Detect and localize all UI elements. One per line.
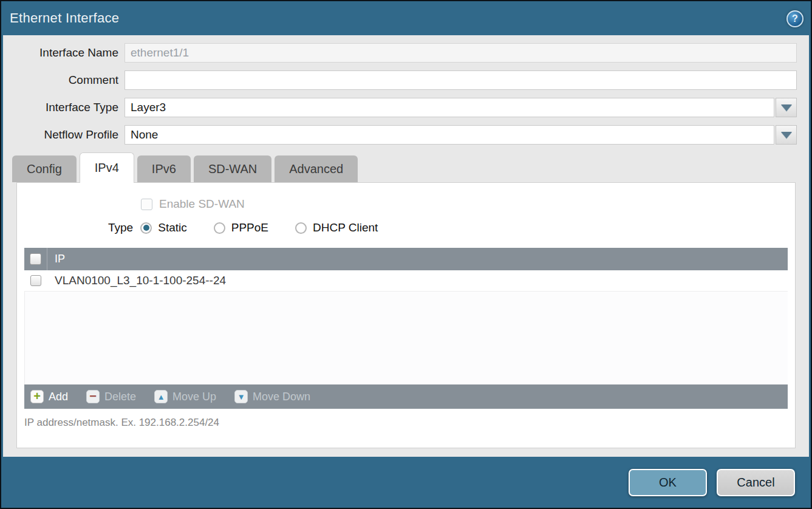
move-up-button: ▲ Move Up bbox=[154, 390, 216, 403]
tab-advanced[interactable]: Advanced bbox=[275, 155, 358, 182]
ip-row-value: VLAN0100_L3_10-1-100-254--24 bbox=[47, 274, 226, 287]
comment-row: Comment bbox=[3, 70, 809, 90]
tab-ipv4[interactable]: IPv4 bbox=[80, 152, 134, 183]
chevron-down-icon bbox=[781, 104, 792, 111]
radio-group-dhcp: DHCP Client bbox=[295, 221, 378, 234]
select-all-checkbox[interactable] bbox=[30, 253, 41, 265]
move-down-button: ▼ Move Down bbox=[234, 390, 310, 403]
add-icon: + bbox=[30, 390, 44, 403]
enable-sdwan-checkbox bbox=[141, 199, 152, 210]
radio-group-static: Static bbox=[140, 221, 187, 234]
static-radio[interactable] bbox=[140, 222, 152, 234]
title-bar: Ethernet Interface ? bbox=[1, 1, 811, 35]
netflow-profile-dropdown-button[interactable] bbox=[776, 125, 797, 145]
dhcp-client-radio-label: DHCP Client bbox=[313, 221, 378, 234]
move-up-icon: ▲ bbox=[154, 390, 168, 403]
type-row: Type Static PPPoE DHCP Client bbox=[17, 221, 795, 234]
move-down-button-label: Move Down bbox=[253, 391, 310, 403]
interface-type-label: Interface Type bbox=[3, 101, 125, 114]
netflow-profile-label: Netflow Profile bbox=[3, 128, 125, 142]
comment-field[interactable] bbox=[125, 70, 797, 90]
cancel-button[interactable]: Cancel bbox=[717, 469, 795, 496]
move-up-button-label: Move Up bbox=[172, 391, 216, 403]
interface-name-field bbox=[125, 43, 797, 63]
help-glyph: ? bbox=[792, 13, 798, 24]
row-checkbox-cell bbox=[24, 270, 47, 291]
table-empty-area bbox=[24, 292, 788, 384]
chevron-down-icon bbox=[781, 132, 792, 138]
enable-sdwan-row: Enable SD-WAN bbox=[17, 197, 795, 211]
dialog-title: Ethernet Interface bbox=[10, 10, 119, 26]
dhcp-client-radio[interactable] bbox=[295, 222, 307, 234]
interface-name-row: Interface Name bbox=[3, 43, 809, 63]
pppoe-radio[interactable] bbox=[214, 222, 225, 234]
tab-ipv6[interactable]: IPv6 bbox=[137, 155, 191, 182]
dialog-content: Interface Name Comment Interface Type Ne… bbox=[3, 35, 809, 457]
ip-column-header: IP bbox=[47, 253, 65, 265]
tab-bar: Config IPv4 IPv6 SD-WAN Advanced bbox=[12, 152, 809, 182]
pppoe-radio-label: PPPoE bbox=[231, 221, 268, 234]
enable-sdwan-label: Enable SD-WAN bbox=[159, 197, 245, 211]
ip-netmask-hint: IP address/netmask. Ex. 192.168.2.254/24 bbox=[24, 417, 795, 429]
dialog-footer: OK Cancel bbox=[1, 457, 811, 508]
radio-group-pppoe: PPPoE bbox=[214, 221, 268, 234]
interface-type-row: Interface Type bbox=[3, 98, 809, 117]
interface-type-field[interactable] bbox=[125, 98, 774, 117]
table-row[interactable]: VLAN0100_L3_10-1-100-254--24 bbox=[24, 270, 788, 292]
help-icon[interactable]: ? bbox=[786, 10, 803, 27]
move-down-icon: ▼ bbox=[234, 390, 248, 403]
add-button-label: Add bbox=[49, 391, 68, 403]
table-toolbar: + Add − Delete ▲ Move Up ▼ Move Down bbox=[24, 384, 788, 409]
row-checkbox[interactable] bbox=[30, 275, 41, 286]
static-radio-label: Static bbox=[158, 221, 187, 234]
ip-table: IP VLAN0100_L3_10-1-100-254--24 + Add bbox=[24, 248, 788, 409]
interface-name-label: Interface Name bbox=[3, 46, 125, 60]
delete-icon: − bbox=[86, 390, 100, 403]
ipv4-tab-panel: Enable SD-WAN Type Static PPPoE DHCP Cli… bbox=[16, 182, 796, 448]
add-button[interactable]: + Add bbox=[30, 390, 68, 403]
ip-table-header: IP bbox=[24, 248, 788, 270]
select-all-cell bbox=[24, 248, 47, 270]
tab-sdwan[interactable]: SD-WAN bbox=[194, 155, 271, 182]
delete-button-label: Delete bbox=[104, 391, 136, 403]
delete-button: − Delete bbox=[86, 390, 136, 403]
comment-label: Comment bbox=[3, 73, 125, 87]
type-label: Type bbox=[108, 221, 133, 234]
ok-button[interactable]: OK bbox=[629, 469, 707, 496]
interface-type-dropdown-button[interactable] bbox=[776, 98, 797, 117]
netflow-profile-field[interactable] bbox=[125, 125, 774, 145]
netflow-profile-row: Netflow Profile bbox=[3, 125, 809, 145]
ethernet-interface-dialog: Ethernet Interface ? Interface Name Comm… bbox=[0, 0, 812, 509]
tab-config[interactable]: Config bbox=[12, 155, 77, 182]
